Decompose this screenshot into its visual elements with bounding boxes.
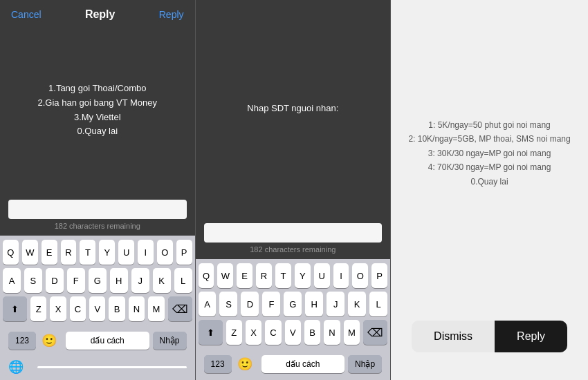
key-p[interactable]: P [176,240,192,265]
p2-key-n[interactable]: N [324,320,340,345]
key-shift[interactable]: ⬆ [3,296,27,321]
p2-key-t[interactable]: T [275,263,291,288]
panel-2-bottom-bar: 123 🙂 dấu cách Nhập [196,351,391,380]
panel-2-char-count: 182 characters remaining [204,243,383,256]
key-l[interactable]: L [174,268,192,293]
key-x[interactable]: X [50,296,66,321]
key-y[interactable]: Y [99,240,115,265]
key-i[interactable]: I [138,240,154,265]
key-emoji[interactable]: 🙂 [36,330,62,351]
p2-key-z[interactable]: Z [226,320,242,345]
key-z[interactable]: Z [30,296,46,321]
p2-key-k[interactable]: K [348,292,366,316]
panel-1-header: Cancel Reply Reply [0,0,195,26]
key-space[interactable]: dấu cách [66,332,149,350]
p2-keyboard-row-2: A S D F G H J K L [199,292,388,316]
globe-icon[interactable]: 🌐 [8,359,24,374]
key-g[interactable]: G [89,268,107,293]
key-delete[interactable]: ⌫ [168,296,192,321]
reply-link[interactable]: Reply [159,9,184,20]
panel-2-keyboard: Q W E R T Y U I O P A S D F G H J K L ⬆ … [196,259,391,351]
p2-key-c[interactable]: C [265,320,281,345]
panel-1-input-area: 182 characters remaining [0,194,195,236]
action-buttons-container: Dismiss Reply [391,307,588,366]
p2-key-w[interactable]: W [217,263,233,288]
panel-2-message-area: Nhap SDT nguoi nhan: [196,0,391,218]
key-q[interactable]: Q [3,240,19,265]
p2-key-p[interactable]: P [371,263,387,288]
key-d[interactable]: D [46,268,64,293]
key-123[interactable]: 123 [8,332,36,350]
panel-3-message: 1: 5K/ngay=50 phut goi noi mang 2: 10K/n… [408,118,570,189]
p2-key-v[interactable]: V [285,320,301,345]
panel-2-text-input[interactable] [204,223,383,243]
key-m[interactable]: M [148,296,164,321]
panel-2: Nhap SDT nguoi nhan: 182 characters rema… [196,0,392,380]
p2-keyboard-row-3: ⬆ Z X C V B N M ⌫ [199,320,388,345]
panel-1-bottom-bar: 123 🙂 dấu cách Nhập [0,327,195,357]
p2-key-g[interactable]: G [284,292,302,316]
p2-key-s[interactable]: S [219,292,237,316]
panel-2-message: Nhap SDT nguoi nhan: [247,102,338,116]
p2-key-q[interactable]: Q [199,263,214,288]
panel-3-content: 1: 5K/ngay=50 phut goi noi mang 2: 10K/n… [391,0,588,307]
cancel-button[interactable]: Cancel [11,9,42,20]
key-enter[interactable]: Nhập [153,332,187,350]
p2-keyboard-row-1: Q W E R T Y U I O P [199,263,388,288]
keyboard-row-2: A S D F G H J K L [3,268,192,293]
panel-3: 1: 5K/ngay=50 phut goi noi mang 2: 10K/n… [391,0,588,380]
key-w[interactable]: W [22,240,38,265]
keyboard-row-3: ⬆ Z X C V B N M ⌫ [3,296,192,321]
panel-1-message-area: 1.Tang goi Thoai/Combo 2.Gia han goi ban… [0,26,195,194]
p2-key-y[interactable]: Y [295,263,311,288]
key-v[interactable]: V [89,296,105,321]
p2-key-i[interactable]: I [333,263,349,288]
p2-key-m[interactable]: M [344,320,360,345]
p2-key-emoji[interactable]: 🙂 [232,354,258,374]
p2-key-j[interactable]: J [327,292,344,316]
panel-1-globe-area: 🌐 [0,357,195,380]
p2-key-e[interactable]: E [237,263,252,288]
p2-key-a[interactable]: A [199,292,217,316]
dismiss-button[interactable]: Dismiss [412,321,495,352]
key-a[interactable]: A [3,268,21,293]
key-f[interactable]: F [67,268,85,293]
panel-1-keyboard: Q W E R T Y U I O P A S D F G H J K L ⬆ … [0,236,195,327]
p2-key-123[interactable]: 123 [204,355,232,373]
p2-key-b[interactable]: B [304,320,320,345]
key-e[interactable]: E [42,240,57,265]
p2-key-f[interactable]: F [262,292,280,316]
p2-key-l[interactable]: L [369,292,387,316]
key-j[interactable]: J [131,268,149,293]
p2-key-shift[interactable]: ⬆ [199,320,223,345]
panel-1: Cancel Reply Reply 1.Tang goi Thoai/Comb… [0,0,196,380]
key-t[interactable]: T [80,240,95,265]
p2-key-x[interactable]: X [246,320,261,345]
key-k[interactable]: K [153,268,171,293]
panel-1-text-input[interactable] [8,200,187,219]
p2-key-r[interactable]: R [256,263,272,288]
keyboard-row-1: Q W E R T Y U I O P [3,240,192,265]
panel-1-message: 1.Tang goi Thoai/Combo 2.Gia han goi ban… [38,82,158,139]
key-s[interactable]: S [24,268,42,293]
key-h[interactable]: H [110,268,128,293]
p2-key-delete[interactable]: ⌫ [363,320,387,345]
key-o[interactable]: O [157,240,173,265]
key-c[interactable]: C [70,296,86,321]
reply-button[interactable]: Reply [495,321,567,352]
p2-key-h[interactable]: H [305,292,323,316]
p2-key-d[interactable]: D [241,292,259,316]
key-n[interactable]: N [129,296,145,321]
panel-2-input-area: 182 characters remaining [196,218,391,259]
panel-1-char-count: 182 characters remaining [8,219,187,233]
p2-key-space[interactable]: dấu cách [261,355,345,373]
key-r[interactable]: R [61,240,77,265]
p2-key-u[interactable]: U [314,263,330,288]
key-u[interactable]: U [118,240,134,265]
p2-key-enter[interactable]: Nhập [348,355,382,373]
key-b[interactable]: B [109,296,125,321]
p2-key-o[interactable]: O [352,263,368,288]
panel-1-title: Reply [85,8,116,21]
